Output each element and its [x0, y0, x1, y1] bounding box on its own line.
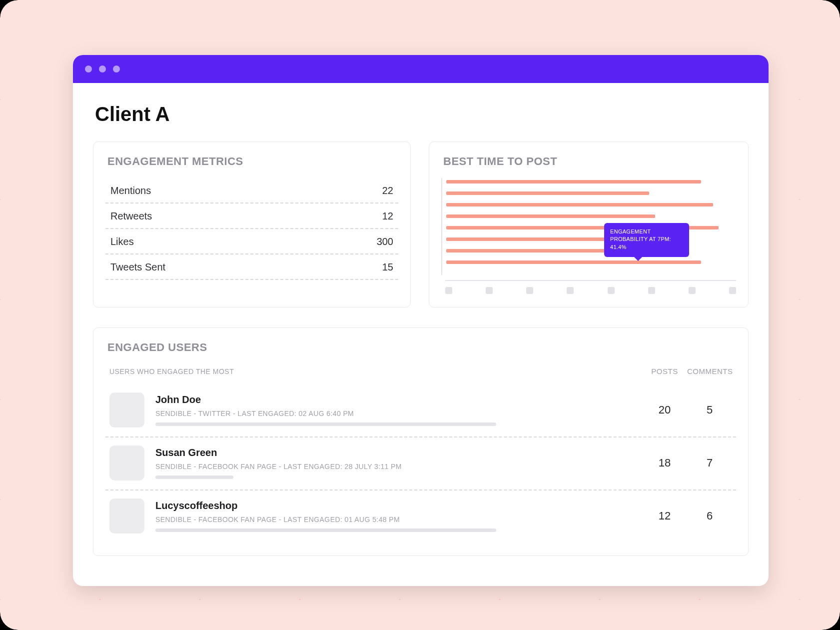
- metric-label: Mentions: [110, 185, 151, 196]
- metric-row: Mentions22: [105, 178, 398, 204]
- page-title: Client A: [95, 103, 749, 126]
- column-header-comments: COMMENTS: [687, 367, 732, 376]
- metric-label: Tweets Sent: [110, 262, 165, 273]
- column-header-posts: POSTS: [642, 367, 687, 376]
- chart-bar: [446, 238, 626, 241]
- engaged-users-columns: USERS WHO ENGAGED THE MOST POSTS COMMENT…: [105, 364, 736, 384]
- user-meta: SENDIBLE - TWITTER - LAST ENGAGED: 02 AU…: [155, 410, 642, 418]
- metric-row: Tweets Sent15: [105, 254, 398, 280]
- user-name: John Doe: [155, 394, 642, 406]
- metric-row: Retweets12: [105, 204, 398, 229]
- chart-bar: [446, 214, 655, 218]
- window-control-zoom-icon[interactable]: [113, 66, 120, 72]
- card-engaged-users: ENGAGED USERS USERS WHO ENGAGED THE MOST…: [93, 328, 749, 556]
- best-time-bar-chart: ENGAGEMENT PROBABILITY AT 7PM: 41.4%: [441, 178, 736, 275]
- engaged-user-row[interactable]: LucyscoffeeshopSENDIBLE - FACEBOOK FAN P…: [105, 490, 736, 542]
- user-engagement-bar: [155, 476, 233, 479]
- chart-tooltip: ENGAGEMENT PROBABILITY AT 7PM: 41.4%: [604, 223, 689, 257]
- window-control-close-icon[interactable]: [85, 66, 92, 72]
- user-info: John DoeSENDIBLE - TWITTER - LAST ENGAGE…: [155, 394, 642, 426]
- user-comments-count: 6: [687, 510, 732, 522]
- chart-bar: [446, 180, 701, 184]
- chart-tick: [567, 287, 574, 294]
- user-comments-count: 5: [687, 404, 732, 416]
- metric-value: 12: [382, 210, 393, 222]
- window-titlebar: [73, 55, 769, 83]
- chart-bar: [446, 260, 701, 264]
- chart-tick: [526, 287, 533, 294]
- window-control-minimize-icon[interactable]: [99, 66, 106, 72]
- user-meta: SENDIBLE - FACEBOOK FAN PAGE - LAST ENGA…: [155, 462, 642, 470]
- tooltip-line-2: PROBABILITY AT 7PM:: [610, 236, 671, 242]
- metric-value: 300: [377, 236, 393, 248]
- user-info: Susan GreenSENDIBLE - FACEBOOK FAN PAGE …: [155, 447, 642, 479]
- chart-tick: [689, 287, 696, 294]
- user-meta: SENDIBLE - FACEBOOK FAN PAGE - LAST ENGA…: [155, 516, 642, 524]
- user-posts-count: 18: [642, 456, 687, 470]
- user-posts-count: 20: [642, 404, 687, 416]
- engaged-user-row[interactable]: Susan GreenSENDIBLE - FACEBOOK FAN PAGE …: [105, 438, 736, 490]
- metric-row: Likes300: [105, 229, 398, 254]
- user-posts-count: 12: [642, 510, 687, 522]
- metric-label: Retweets: [110, 210, 152, 222]
- avatar: [109, 446, 144, 480]
- chart-tick: [648, 287, 655, 294]
- tooltip-line-1: ENGAGEMENT: [610, 228, 651, 234]
- user-name: Susan Green: [155, 447, 642, 458]
- metric-value: 22: [382, 185, 393, 196]
- outer-frame: Client A ENGAGEMENT METRICS Mentions22Re…: [0, 0, 840, 630]
- chart-tick: [729, 287, 736, 294]
- user-comments-count: 7: [687, 456, 732, 470]
- user-info: LucyscoffeeshopSENDIBLE - FACEBOOK FAN P…: [155, 500, 642, 532]
- card-title-engagement-metrics: ENGAGEMENT METRICS: [107, 155, 396, 168]
- card-best-time: BEST TIME TO POST ENGAGEMENT PROBABILITY…: [429, 142, 749, 308]
- user-name: Lucyscoffeeshop: [155, 500, 642, 512]
- chart-tick: [608, 287, 615, 294]
- user-engagement-bar: [155, 422, 496, 426]
- chart-x-axis: [445, 280, 736, 294]
- engaged-user-row[interactable]: John DoeSENDIBLE - TWITTER - LAST ENGAGE…: [105, 384, 736, 438]
- chart-bar: [446, 203, 713, 206]
- avatar: [109, 392, 144, 428]
- chart-tick: [486, 287, 493, 294]
- engaged-users-subtitle: USERS WHO ENGAGED THE MOST: [109, 368, 642, 376]
- metric-label: Likes: [110, 236, 134, 248]
- app-window: Client A ENGAGEMENT METRICS Mentions22Re…: [73, 55, 769, 586]
- card-title-best-time: BEST TIME TO POST: [443, 155, 734, 168]
- card-title-engaged-users: ENGAGED USERS: [107, 341, 734, 354]
- metric-value: 15: [382, 262, 393, 273]
- chart-bar: [446, 192, 649, 195]
- window-content: Client A ENGAGEMENT METRICS Mentions22Re…: [73, 83, 769, 586]
- user-engagement-bar: [155, 528, 496, 532]
- chart-tick: [445, 287, 452, 294]
- tooltip-value: 41.4%: [610, 244, 627, 250]
- card-engagement-metrics: ENGAGEMENT METRICS Mentions22Retweets12L…: [93, 142, 411, 308]
- avatar: [109, 498, 144, 534]
